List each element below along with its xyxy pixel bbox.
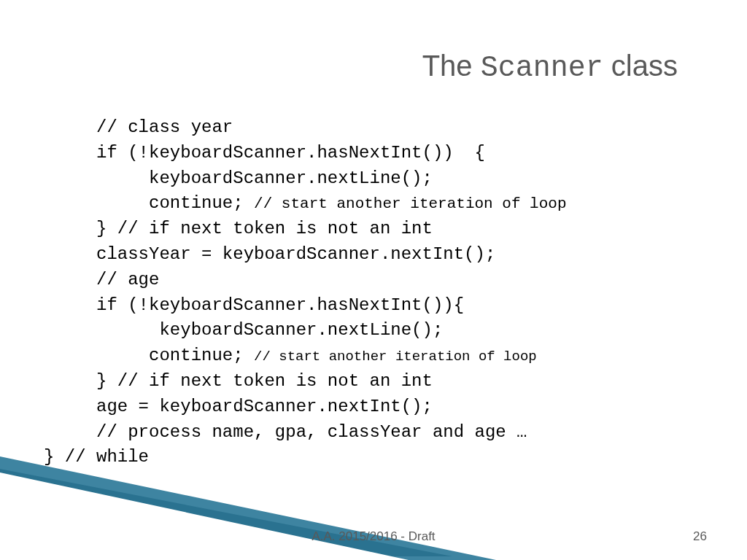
code-line: keyboardScanner.nextLine(); <box>44 168 433 188</box>
page-number: 26 <box>693 529 707 544</box>
code-comment: // start another iteration of loop <box>254 349 537 365</box>
code-line: continue; <box>44 193 254 213</box>
code-line: age = keyboardScanner.nextInt(); <box>44 397 433 416</box>
title-post: class <box>603 50 678 82</box>
code-line: // class year <box>44 117 233 137</box>
footer-note: A.A. 2015/2016 - Draft <box>0 529 747 544</box>
code-line: classYear = keyboardScanner.nextInt(); <box>44 244 495 264</box>
code-line: } // while <box>44 447 149 467</box>
code-line: // process name, gpa, classYear and age … <box>44 422 527 442</box>
code-line: // age <box>44 270 159 289</box>
svg-marker-1 <box>0 456 496 560</box>
code-line: if (!keyboardScanner.hasNextInt()){ <box>44 295 464 315</box>
title-pre: The <box>422 50 481 82</box>
slide-title: The Scanner class <box>422 50 678 85</box>
code-line: } // if next token is not an int <box>44 371 433 391</box>
code-block: // class year if (!keyboardScanner.hasNe… <box>44 115 567 470</box>
code-line: if (!keyboardScanner.hasNextInt()) { <box>44 143 485 163</box>
code-comment: // start another iteration of loop <box>254 195 566 212</box>
slide: The Scanner class // class year if (!key… <box>0 0 747 560</box>
code-line: keyboardScanner.nextLine(); <box>44 320 443 340</box>
code-line: continue; <box>44 346 254 365</box>
title-mono: Scanner <box>481 52 603 85</box>
svg-marker-2 <box>0 472 409 560</box>
code-line: } // if next token is not an int <box>44 219 433 238</box>
